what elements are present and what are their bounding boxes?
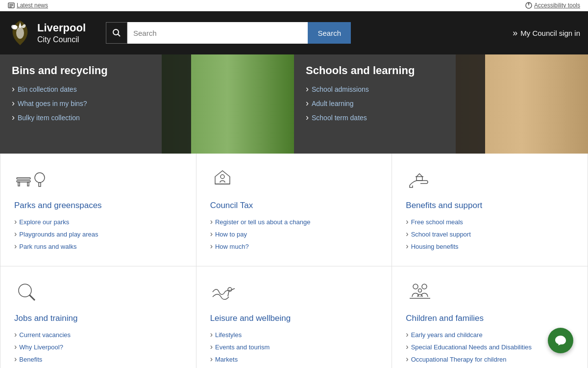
children-title[interactable]: Children and families [406,314,574,323]
svg-rect-12 [27,182,29,186]
search-button[interactable]: Search [308,22,351,44]
list-item: Occupational Therapy for children [406,355,574,364]
svg-point-14 [35,173,45,183]
how-much-link[interactable]: How much? [215,243,249,250]
search-area: Search [106,22,351,44]
svg-point-8 [113,29,119,35]
send-link[interactable]: Special Educational Needs and Disabiliti… [411,343,532,351]
school-admissions-link[interactable]: School admissions [312,85,369,93]
svg-point-6 [528,3,529,3]
latest-news-link[interactable]: Latest news [8,2,48,9]
occupational-therapy-link[interactable]: Occupational Therapy for children [411,356,507,363]
search-input[interactable] [127,22,308,44]
list-item: Free school meals [406,217,574,226]
service-grid-row1: Parks and greenspaces Explore our parks … [0,154,588,266]
playgrounds-link[interactable]: Playgrounds and play areas [19,231,98,238]
parks-links: Explore our parks Playgrounds and play a… [14,217,182,251]
house-icon [210,165,378,195]
svg-rect-13 [17,178,30,179]
logo-council: City Council [37,35,86,44]
my-council-link[interactable]: My Council sign in [513,28,580,38]
benefits-icon [406,165,574,195]
leisure-icon [210,278,378,308]
svg-point-24 [418,289,422,292]
list-item: Park runs and walks [14,242,182,251]
chat-icon [554,334,567,347]
accessibility-link[interactable]: Accessibility tools [525,2,580,9]
service-card-parks: Parks and greenspaces Explore our parks … [0,154,196,266]
school-travel-link[interactable]: School travel support [411,231,471,238]
list-item: Register or tell us about a change [210,217,378,226]
explore-parks-link[interactable]: Explore our parks [19,218,69,226]
leisure-title[interactable]: Leisure and wellbeing [210,314,378,323]
list-item: How much? [210,242,378,251]
list-item: Markets [210,355,378,364]
accessibility-icon [525,2,532,9]
list-item: School admissions [306,84,473,94]
jobs-icon [14,278,182,308]
list-item: Bin collection dates [12,84,179,94]
list-item: Bulky item collection [12,112,179,123]
bins-title: Bins and recycling [12,64,179,77]
early-years-link[interactable]: Early years and childcare [411,331,483,339]
parks-icon [14,165,182,195]
svg-point-7 [16,27,24,39]
svg-line-9 [118,34,121,37]
logo-city: Liverpool [37,22,86,34]
bins-overlay: Bins and recycling Bin collection dates … [0,54,191,154]
events-tourism-link[interactable]: Events and tourism [215,343,270,351]
list-item: Playgrounds and play areas [14,230,182,238]
lifestyles-link[interactable]: Lifestyles [215,331,242,339]
adult-learning-link[interactable]: Adult learning [312,100,354,107]
list-item: Current vacancies [14,330,182,339]
service-card-benefits: Benefits and support Free school meals S… [392,154,588,266]
list-item: Benefits [14,355,182,364]
schools-links: School admissions Adult learning School … [306,84,473,123]
search-icon-wrap [106,22,127,44]
bulky-item-link[interactable]: Bulky item collection [18,114,80,122]
list-item: School travel support [406,230,574,238]
housing-benefits-link[interactable]: Housing benefits [411,243,459,250]
why-liverpool-link[interactable]: Why Liverpool? [19,343,63,351]
svg-rect-11 [18,182,20,186]
markets-link[interactable]: Markets [215,356,238,363]
jobs-title[interactable]: Jobs and training [14,314,182,323]
list-item: Events and tourism [210,342,378,351]
hero-section: Bins and recycling Bin collection dates … [0,54,588,154]
park-runs-link[interactable]: Park runs and walks [19,243,76,250]
top-bar: Latest news Accessibility tools [0,0,588,11]
how-to-pay-link[interactable]: How to pay [215,231,247,238]
leisure-links: Lifestyles Events and tourism Markets [210,330,378,364]
benefits-link[interactable]: Benefits [19,356,42,363]
news-icon [8,2,15,9]
search-icon [112,28,122,38]
schools-overlay: Schools and learning School admissions A… [294,54,485,154]
hero-schools-panel: Schools and learning School admissions A… [294,54,588,154]
council-tax-links: Register or tell us about a change How t… [210,217,378,251]
free-school-meals-link[interactable]: Free school meals [411,218,463,226]
council-tax-title[interactable]: Council Tax [210,201,378,210]
vacancies-link[interactable]: Current vacancies [19,331,71,339]
benefits-links: Free school meals School travel support … [406,217,574,251]
list-item: Adult learning [306,98,473,108]
list-item: Housing benefits [406,242,574,251]
bins-links: Bin collection dates What goes in my bin… [12,84,179,123]
header: Liverpool City Council Search My Council… [0,11,588,54]
parks-title[interactable]: Parks and greenspaces [14,201,182,210]
school-term-dates-link[interactable]: School term dates [312,114,367,122]
list-item: Lifestyles [210,330,378,339]
service-card-council-tax: Council Tax Register or tell us about a … [196,154,392,266]
benefits-title[interactable]: Benefits and support [406,201,574,210]
what-goes-link[interactable]: What goes in my bins? [18,100,87,107]
logo[interactable]: Liverpool City Council [8,18,96,48]
svg-point-22 [413,284,418,289]
logo-bird-icon [8,18,32,48]
svg-rect-15 [39,183,41,186]
schools-title: Schools and learning [306,64,473,77]
hero-bins-panel: Bins and recycling Bin collection dates … [0,54,294,154]
svg-point-23 [422,284,427,289]
chat-bubble[interactable] [548,328,573,353]
register-change-link[interactable]: Register or tell us about a change [215,218,310,226]
bin-collection-link[interactable]: Bin collection dates [18,85,77,93]
list-item: School term dates [306,112,473,123]
